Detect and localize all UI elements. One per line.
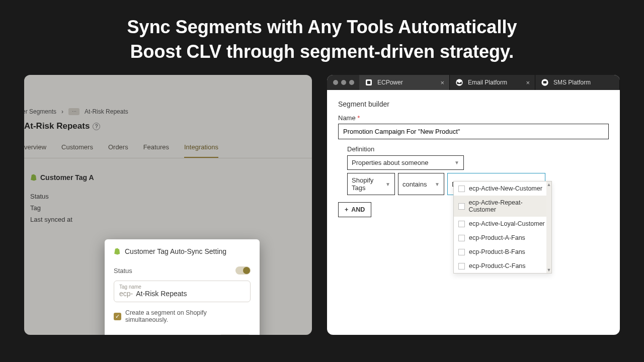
ecpower-icon: [364, 78, 373, 87]
checkbox-icon[interactable]: [458, 186, 465, 192]
tag-value: At-Risk Repeats: [136, 290, 187, 298]
definition-label: Definition: [347, 139, 609, 153]
tab-ecpower[interactable]: ECPower ×: [359, 75, 450, 90]
dot-min-icon[interactable]: [341, 80, 346, 85]
chat-icon: [540, 78, 549, 87]
segment-name-input[interactable]: [338, 124, 609, 139]
traffic-lights: [327, 80, 359, 85]
dropdown-option[interactable]: ecp-Active-Loyal-Customer: [454, 217, 551, 231]
dot-max-icon[interactable]: [349, 80, 354, 85]
svg-rect-1: [367, 81, 371, 84]
builder-title: Segment builder: [338, 100, 609, 108]
dropdown-option[interactable]: ecp-Product-A-Fans: [454, 231, 551, 245]
checkbox-icon[interactable]: [458, 249, 465, 255]
window-tabs: ECPower × Email Platform × SMS Platform: [327, 75, 620, 90]
modal-title: Customer Tag Auto-Sync Setting: [125, 247, 226, 255]
scrollbar[interactable]: ▲ ▼: [546, 182, 551, 273]
left-panel: er Segments › ⋯ At-Risk Repeats At-Risk …: [24, 75, 312, 335]
chevron-down-icon: ▼: [454, 160, 459, 165]
tag-name-field[interactable]: Tag name ecp- At-Risk Repeats: [114, 281, 251, 302]
chevron-down-icon: ▼: [385, 182, 390, 187]
close-icon[interactable]: ×: [526, 79, 530, 86]
close-icon[interactable]: ×: [440, 79, 444, 86]
status-label: Status: [114, 267, 132, 275]
status-toggle[interactable]: [235, 266, 251, 275]
scroll-down-icon[interactable]: ▼: [547, 267, 551, 273]
tab-sms-platform[interactable]: SMS Platform: [535, 75, 620, 90]
tab-email-platform[interactable]: Email Platform ×: [450, 75, 535, 90]
hero-heading: Sync Segments with Any Tools Automatical…: [0, 0, 644, 75]
dropdown-option[interactable]: ecp-Active-Repeat-Customer: [454, 196, 551, 217]
hero-line-2: Boost CLV through segment-driven strateg…: [130, 41, 514, 62]
checkbox-label: Create a segment on Shopify simultaneous…: [125, 309, 251, 323]
shopify-icon: [114, 248, 121, 255]
mail-icon: [455, 78, 464, 87]
checkbox-icon[interactable]: [458, 263, 465, 269]
checkbox-icon[interactable]: [458, 221, 465, 227]
tag-prefix: ecp-: [119, 290, 133, 298]
dropdown-option[interactable]: ecp-Active-New-Customer: [454, 182, 551, 196]
scroll-up-icon[interactable]: ▲: [547, 182, 551, 188]
dimension-dropdown: ecp-Active-New-Customer ecp-Active-Repea…: [453, 181, 552, 274]
checkbox-icon[interactable]: [458, 203, 465, 210]
sync-modal: Customer Tag Auto-Sync Setting Status Ta…: [105, 239, 260, 335]
save-button[interactable]: Save: [219, 334, 251, 335]
select-shopify-tags[interactable]: Shopify Tags ▼: [347, 173, 395, 195]
select-properties[interactable]: Properties about someone ▼: [347, 155, 464, 170]
name-label: Name: [338, 114, 356, 122]
chevron-down-icon: ▼: [435, 182, 440, 187]
cancel-button[interactable]: Cancel: [184, 334, 214, 335]
dot-close-icon[interactable]: [333, 80, 338, 85]
hero-line-1: Sync Segments with Any Tools Automatical…: [127, 17, 517, 37]
create-segment-checkbox[interactable]: ✓: [114, 313, 121, 320]
svg-rect-4: [543, 81, 547, 84]
right-panel: ECPower × Email Platform × SMS Platform …: [327, 75, 620, 335]
checkbox-icon[interactable]: [458, 235, 465, 241]
add-and-button[interactable]: + AND: [338, 202, 371, 217]
tag-field-label: Tag name: [119, 284, 245, 290]
required-asterisk: *: [357, 114, 360, 122]
plus-icon: +: [345, 206, 348, 213]
dropdown-option[interactable]: ecp-Product-C-Fans: [454, 259, 551, 273]
select-contains[interactable]: contains ▼: [398, 173, 444, 195]
svg-point-2: [456, 79, 462, 86]
dropdown-option[interactable]: ecp-Product-B-Fans: [454, 245, 551, 259]
